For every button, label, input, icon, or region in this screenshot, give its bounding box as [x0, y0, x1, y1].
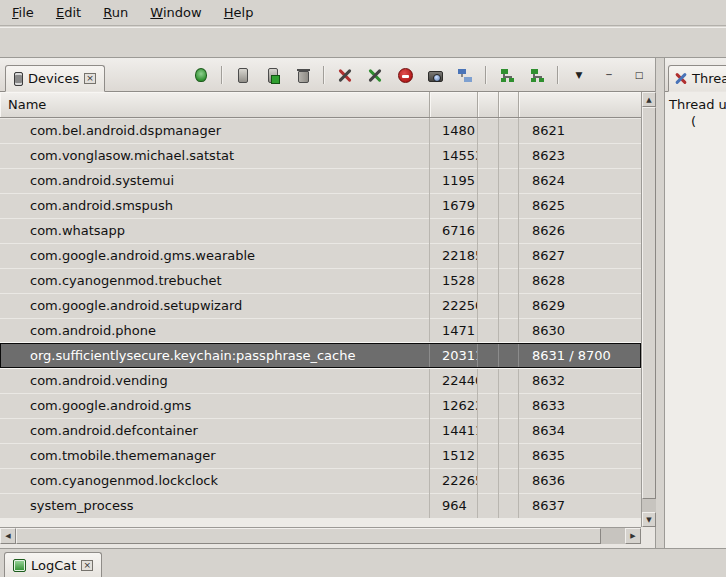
screen-capture-icon — [428, 71, 443, 82]
table-row[interactable]: system_process 964 8637 — [0, 493, 641, 518]
process-table-viewport: com.bel.android.dspmanager 1480 8621 com… — [0, 118, 641, 527]
tree-view-button[interactable] — [527, 65, 547, 85]
scroll-down-button[interactable]: ▼ — [642, 512, 656, 527]
table-row[interactable]: com.android.smspush 1679 8625 — [0, 193, 641, 218]
menu-edit[interactable]: Edit — [47, 0, 90, 25]
process-pid: 6716 — [430, 218, 478, 243]
process-port: 8624 — [519, 168, 641, 193]
scroll-right-button[interactable]: ▶ — [625, 528, 641, 544]
devices-tabbar: Devices × — [0, 58, 655, 92]
process-pid: 1480 — [430, 118, 478, 143]
close-icon[interactable]: × — [81, 560, 93, 571]
table-row[interactable]: com.cyanogenmod.lockclock 22265 8636 — [0, 468, 641, 493]
process-name: system_process — [0, 493, 430, 518]
threads-icon — [675, 73, 687, 84]
devices-panel: Devices × — [0, 58, 656, 548]
process-pid: 14411 — [430, 418, 478, 443]
tab-threads[interactable]: Threa — [668, 65, 726, 92]
cell-empty-2 — [499, 343, 519, 368]
vertical-scrollbar-track[interactable] — [642, 499, 656, 512]
column-header-port[interactable] — [519, 92, 641, 117]
menu-window[interactable]: Window — [141, 0, 210, 25]
horizontal-scrollbar-track[interactable] — [601, 528, 625, 544]
table-row[interactable]: com.android.systemui 1195 8624 — [0, 168, 641, 193]
threads-message-line2: ( — [669, 113, 726, 130]
table-row[interactable]: com.google.android.setupwizard 22250 862… — [0, 293, 641, 318]
cause-gc-icon — [298, 71, 309, 83]
devices-tab-label: Devices — [28, 71, 79, 86]
table-row[interactable]: com.android.vending 22440 8632 — [0, 368, 641, 393]
maximize-icon[interactable]: □ — [629, 65, 649, 85]
cell-empty-2 — [499, 193, 519, 218]
table-row[interactable]: com.android.phone 1471 8630 — [0, 318, 641, 343]
update-threads-icon — [338, 69, 352, 82]
process-table-body: com.bel.android.dspmanager 1480 8621 com… — [0, 118, 641, 518]
column-header-pid[interactable] — [430, 92, 478, 117]
menu-file[interactable]: File — [3, 0, 43, 25]
cell-empty-2 — [499, 168, 519, 193]
cell-empty-2 — [499, 218, 519, 243]
table-row[interactable]: com.bel.android.dspmanager 1480 8621 — [0, 118, 641, 143]
tab-logcat[interactable]: LogCat × — [4, 552, 102, 577]
cause-gc-button[interactable] — [293, 65, 313, 85]
process-name: com.bel.android.dspmanager — [0, 118, 430, 143]
vertical-scrollbar[interactable]: ▲ ▼ — [641, 92, 656, 527]
dump-hprof-button[interactable] — [263, 65, 283, 85]
hierarchy-view-button[interactable] — [497, 65, 517, 85]
cell-empty-1 — [478, 193, 499, 218]
update-threads-button[interactable] — [335, 65, 355, 85]
threads-tabbar: Threa — [665, 58, 726, 92]
vertical-scrollbar-thumb[interactable] — [642, 107, 656, 499]
stop-process-icon — [398, 68, 413, 83]
process-port: 8629 — [519, 293, 641, 318]
process-port: 8628 — [519, 268, 641, 293]
scroll-up-button[interactable]: ▲ — [642, 92, 656, 107]
table-row[interactable]: com.vonglasow.michael.satstat 14553 8623 — [0, 143, 641, 168]
column-header-name[interactable]: Name — [0, 92, 430, 117]
update-heap-button[interactable] — [233, 65, 253, 85]
view-menu-icon[interactable]: ▼ — [569, 65, 589, 85]
threads-message-line1: Thread up — [669, 96, 726, 113]
menu-help[interactable]: Help — [215, 0, 263, 25]
table-row[interactable]: com.cyanogenmod.trebuchet 1528 8628 — [0, 268, 641, 293]
process-pid: 1512 — [430, 443, 478, 468]
cell-empty-1 — [478, 368, 499, 393]
table-row[interactable]: com.whatsapp 6716 8626 — [0, 218, 641, 243]
process-port: 8634 — [519, 418, 641, 443]
column-header-empty-1[interactable] — [478, 92, 499, 117]
process-name: com.android.systemui — [0, 168, 430, 193]
table-row[interactable]: com.google.android.gms.wearable 22185 86… — [0, 243, 641, 268]
dump-view-hierarchy-button[interactable] — [455, 65, 475, 85]
cell-empty-2 — [499, 493, 519, 518]
process-pid: 1679 — [430, 193, 478, 218]
stop-process-button[interactable] — [395, 65, 415, 85]
close-icon[interactable]: × — [84, 73, 96, 84]
table-row[interactable]: com.google.android.gms 12623 8633 — [0, 393, 641, 418]
scroll-left-button[interactable]: ◀ — [0, 528, 16, 544]
column-header-empty-2[interactable] — [499, 92, 519, 117]
screen-capture-button[interactable] — [425, 65, 445, 85]
minimize-icon[interactable]: ─ — [599, 65, 619, 85]
cell-empty-2 — [499, 393, 519, 418]
cell-empty-1 — [478, 443, 499, 468]
process-pid: 22440 — [430, 368, 478, 393]
cell-empty-1 — [478, 143, 499, 168]
process-name: com.google.android.gms.wearable — [0, 243, 430, 268]
process-name: com.cyanogenmod.trebuchet — [0, 268, 430, 293]
cell-empty-1 — [478, 343, 499, 368]
start-method-profiling-button[interactable] — [365, 65, 385, 85]
horizontal-scrollbar[interactable]: ◀ ▶ — [0, 527, 641, 544]
cell-empty-1 — [478, 468, 499, 493]
table-row[interactable]: org.sufficientlysecure.keychain:passphra… — [0, 343, 641, 368]
tab-devices[interactable]: Devices × — [5, 65, 105, 92]
process-name: com.android.vending — [0, 368, 430, 393]
menu-run[interactable]: Run — [94, 0, 137, 25]
logcat-strip: LogCat × — [0, 548, 726, 577]
table-row[interactable]: com.android.defcontainer 14411 8634 — [0, 418, 641, 443]
debug-process-button[interactable] — [191, 65, 211, 85]
process-name: com.cyanogenmod.lockclock — [0, 468, 430, 493]
horizontal-scrollbar-thumb[interactable] — [16, 528, 601, 544]
cell-empty-2 — [499, 293, 519, 318]
table-row[interactable]: com.tmobile.thememanager 1512 8635 — [0, 443, 641, 468]
process-name: com.android.smspush — [0, 193, 430, 218]
